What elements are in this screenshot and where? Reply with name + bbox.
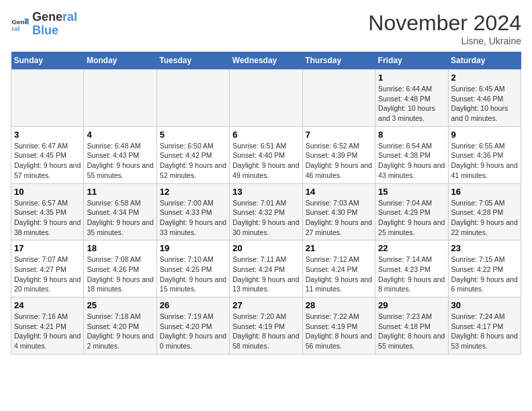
calendar-day-cell: 21Sunrise: 7:12 AM Sunset: 4:24 PM Dayli… (302, 240, 375, 298)
day-info: Sunrise: 6:51 AM Sunset: 4:40 PM Dayligh… (232, 141, 299, 181)
calendar-day-cell: 16Sunrise: 7:05 AM Sunset: 4:28 PM Dayli… (448, 183, 521, 240)
calendar-day-cell: 28Sunrise: 7:22 AM Sunset: 4:19 PM Dayli… (302, 298, 375, 355)
day-number: 6 (232, 130, 299, 140)
day-number: 21 (306, 243, 372, 253)
calendar-day-cell: 4Sunrise: 6:48 AM Sunset: 4:43 PM Daylig… (84, 126, 157, 183)
day-number: 19 (160, 243, 226, 253)
calendar-day-cell (302, 70, 375, 127)
calendar-day-cell: 12Sunrise: 7:00 AM Sunset: 4:33 PM Dayli… (157, 183, 229, 240)
day-info: Sunrise: 7:04 AM Sunset: 4:29 PM Dayligh… (378, 198, 445, 238)
day-info: Sunrise: 6:45 AM Sunset: 4:46 PM Dayligh… (451, 84, 518, 124)
calendar-day-cell: 30Sunrise: 7:24 AM Sunset: 4:17 PM Dayli… (448, 298, 521, 355)
column-header-tuesday: Tuesday (157, 52, 229, 70)
calendar-header-row: SundayMondayTuesdayWednesdayThursdayFrid… (11, 52, 521, 70)
calendar-week-row: 10Sunrise: 6:57 AM Sunset: 4:35 PM Dayli… (11, 183, 521, 240)
day-info: Sunrise: 7:18 AM Sunset: 4:20 PM Dayligh… (87, 312, 153, 351)
calendar-day-cell: 29Sunrise: 7:23 AM Sunset: 4:18 PM Dayli… (375, 298, 448, 355)
day-info: Sunrise: 6:44 AM Sunset: 4:48 PM Dayligh… (378, 84, 445, 124)
day-number: 11 (87, 187, 153, 197)
calendar-week-row: 3Sunrise: 6:47 AM Sunset: 4:45 PM Daylig… (11, 126, 521, 183)
column-header-wednesday: Wednesday (230, 52, 302, 70)
day-number: 7 (306, 130, 372, 140)
day-number: 9 (451, 130, 518, 140)
column-header-friday: Friday (375, 52, 448, 70)
day-number: 16 (451, 187, 518, 197)
calendar-day-cell: 7Sunrise: 6:52 AM Sunset: 4:39 PM Daylig… (302, 126, 375, 183)
calendar-day-cell: 3Sunrise: 6:47 AM Sunset: 4:45 PM Daylig… (11, 126, 84, 183)
day-number: 18 (87, 243, 153, 253)
day-number: 15 (378, 187, 445, 197)
calendar-day-cell: 27Sunrise: 7:20 AM Sunset: 4:19 PM Dayli… (230, 298, 302, 355)
day-number: 30 (451, 300, 518, 310)
calendar-day-cell: 15Sunrise: 7:04 AM Sunset: 4:29 PM Dayli… (375, 183, 448, 240)
calendar-day-cell: 2Sunrise: 6:45 AM Sunset: 4:46 PM Daylig… (448, 70, 521, 127)
day-number: 25 (87, 300, 153, 310)
day-info: Sunrise: 7:01 AM Sunset: 4:32 PM Dayligh… (232, 198, 299, 238)
day-info: Sunrise: 6:57 AM Sunset: 4:35 PM Dayligh… (14, 198, 81, 238)
calendar-day-cell: 11Sunrise: 6:58 AM Sunset: 4:34 PM Dayli… (84, 183, 157, 240)
calendar-day-cell: 13Sunrise: 7:01 AM Sunset: 4:32 PM Dayli… (230, 183, 302, 240)
calendar-day-cell: 6Sunrise: 6:51 AM Sunset: 4:40 PM Daylig… (230, 126, 302, 183)
calendar-day-cell: 22Sunrise: 7:14 AM Sunset: 4:23 PM Dayli… (375, 240, 448, 298)
page-subtitle: Lisne, Ukraine (368, 36, 521, 46)
logo: Gene ral GeneralBlue (11, 11, 77, 38)
calendar-day-cell: 9Sunrise: 6:55 AM Sunset: 4:36 PM Daylig… (448, 126, 521, 183)
day-number: 27 (232, 300, 299, 310)
day-number: 1 (378, 73, 445, 83)
day-info: Sunrise: 6:47 AM Sunset: 4:45 PM Dayligh… (14, 141, 81, 181)
column-header-sunday: Sunday (11, 52, 84, 70)
day-info: Sunrise: 7:00 AM Sunset: 4:33 PM Dayligh… (160, 198, 226, 238)
calendar-day-cell: 5Sunrise: 6:50 AM Sunset: 4:42 PM Daylig… (157, 126, 229, 183)
day-number: 10 (14, 187, 81, 197)
day-number: 22 (378, 243, 445, 253)
calendar-day-cell: 19Sunrise: 7:10 AM Sunset: 4:25 PM Dayli… (157, 240, 229, 298)
logo-text: GeneralBlue (32, 11, 77, 38)
calendar-day-cell: 24Sunrise: 7:16 AM Sunset: 4:21 PM Dayli… (11, 298, 84, 355)
day-number: 3 (14, 130, 81, 140)
calendar-week-row: 24Sunrise: 7:16 AM Sunset: 4:21 PM Dayli… (11, 298, 521, 355)
calendar-day-cell: 1Sunrise: 6:44 AM Sunset: 4:48 PM Daylig… (375, 70, 448, 127)
day-info: Sunrise: 7:08 AM Sunset: 4:26 PM Dayligh… (87, 255, 153, 294)
day-number: 4 (87, 130, 153, 140)
day-info: Sunrise: 6:54 AM Sunset: 4:38 PM Dayligh… (378, 141, 445, 181)
day-info: Sunrise: 7:03 AM Sunset: 4:30 PM Dayligh… (306, 198, 372, 238)
day-info: Sunrise: 6:50 AM Sunset: 4:42 PM Dayligh… (160, 141, 226, 181)
day-info: Sunrise: 7:23 AM Sunset: 4:18 PM Dayligh… (378, 312, 445, 351)
day-number: 14 (306, 187, 372, 197)
day-info: Sunrise: 7:12 AM Sunset: 4:24 PM Dayligh… (306, 255, 372, 294)
day-number: 23 (451, 243, 518, 253)
day-info: Sunrise: 6:52 AM Sunset: 4:39 PM Dayligh… (306, 141, 372, 181)
calendar-day-cell: 23Sunrise: 7:15 AM Sunset: 4:22 PM Dayli… (448, 240, 521, 298)
day-number: 2 (451, 73, 518, 83)
calendar-day-cell: 17Sunrise: 7:07 AM Sunset: 4:27 PM Dayli… (11, 240, 84, 298)
calendar-day-cell: 25Sunrise: 7:18 AM Sunset: 4:20 PM Dayli… (84, 298, 157, 355)
title-block: November 2024 Lisne, Ukraine (368, 11, 521, 46)
day-info: Sunrise: 7:07 AM Sunset: 4:27 PM Dayligh… (14, 255, 81, 294)
calendar-day-cell: 26Sunrise: 7:19 AM Sunset: 4:20 PM Dayli… (157, 298, 229, 355)
day-number: 12 (160, 187, 226, 197)
calendar-table: SundayMondayTuesdayWednesdayThursdayFrid… (11, 52, 521, 355)
calendar-day-cell (11, 70, 84, 127)
day-info: Sunrise: 6:55 AM Sunset: 4:36 PM Dayligh… (451, 141, 518, 181)
calendar-day-cell: 18Sunrise: 7:08 AM Sunset: 4:26 PM Dayli… (84, 240, 157, 298)
day-number: 24 (14, 300, 81, 310)
day-number: 20 (232, 243, 299, 253)
calendar-day-cell: 14Sunrise: 7:03 AM Sunset: 4:30 PM Dayli… (302, 183, 375, 240)
calendar-day-cell (157, 70, 229, 127)
logo-icon: Gene ral (11, 15, 30, 34)
page-header: Gene ral GeneralBlue November 2024 Lisne… (11, 11, 521, 46)
day-info: Sunrise: 7:05 AM Sunset: 4:28 PM Dayligh… (451, 198, 518, 238)
column-header-monday: Monday (84, 52, 157, 70)
day-info: Sunrise: 7:11 AM Sunset: 4:24 PM Dayligh… (232, 255, 299, 294)
calendar-day-cell (84, 70, 157, 127)
column-header-thursday: Thursday (302, 52, 375, 70)
day-info: Sunrise: 7:16 AM Sunset: 4:21 PM Dayligh… (14, 312, 81, 351)
calendar-day-cell: 10Sunrise: 6:57 AM Sunset: 4:35 PM Dayli… (11, 183, 84, 240)
day-number: 26 (160, 300, 226, 310)
day-info: Sunrise: 7:19 AM Sunset: 4:20 PM Dayligh… (160, 312, 226, 351)
day-info: Sunrise: 6:48 AM Sunset: 4:43 PM Dayligh… (87, 141, 153, 181)
column-header-saturday: Saturday (448, 52, 521, 70)
svg-text:ral: ral (11, 25, 19, 32)
calendar-week-row: 1Sunrise: 6:44 AM Sunset: 4:48 PM Daylig… (11, 70, 521, 127)
day-number: 8 (378, 130, 445, 140)
